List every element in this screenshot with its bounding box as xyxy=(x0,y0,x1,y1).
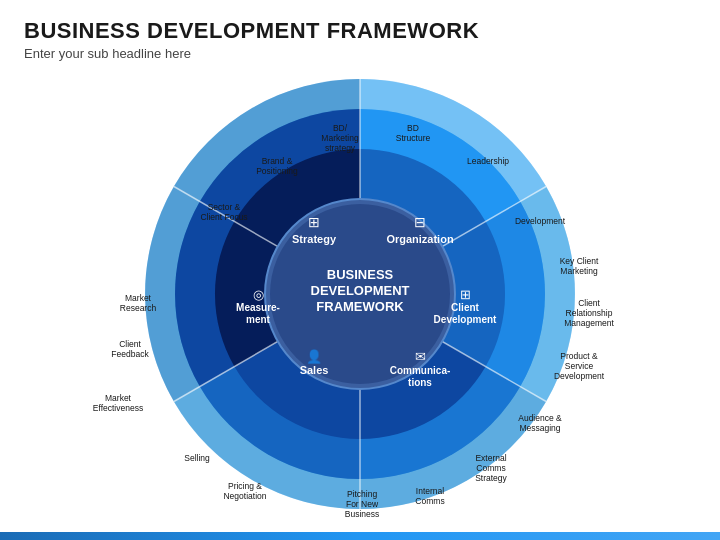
svg-text:Management: Management xyxy=(564,318,614,328)
svg-text:Client: Client xyxy=(451,302,479,313)
svg-text:Organization: Organization xyxy=(386,233,454,245)
svg-text:tions: tions xyxy=(408,377,432,388)
svg-text:strategy: strategy xyxy=(325,143,356,153)
svg-text:FRAMEWORK: FRAMEWORK xyxy=(316,299,404,314)
svg-text:Key Client: Key Client xyxy=(560,256,599,266)
svg-text:◎: ◎ xyxy=(253,287,264,302)
svg-text:Research: Research xyxy=(120,303,157,313)
svg-text:Business: Business xyxy=(345,509,380,519)
svg-text:DEVELOPMENT: DEVELOPMENT xyxy=(311,283,410,298)
svg-text:Messaging: Messaging xyxy=(519,423,560,433)
svg-text:Marketing: Marketing xyxy=(321,133,359,143)
svg-text:Development: Development xyxy=(515,216,566,226)
svg-text:Communica-: Communica- xyxy=(390,365,451,376)
svg-text:Client Focus: Client Focus xyxy=(200,212,247,222)
svg-text:Effectiveness: Effectiveness xyxy=(93,403,143,413)
svg-text:Marketing: Marketing xyxy=(560,266,598,276)
svg-text:Leadership: Leadership xyxy=(467,156,509,166)
svg-text:Feedback: Feedback xyxy=(111,349,149,359)
slide: BUSINESS DEVELOPMENT FRAMEWORK Enter you… xyxy=(0,0,720,540)
svg-text:Strategy: Strategy xyxy=(475,473,507,483)
svg-text:Comms: Comms xyxy=(415,496,444,506)
svg-text:Market: Market xyxy=(125,293,152,303)
svg-text:Structure: Structure xyxy=(396,133,431,143)
svg-text:Strategy: Strategy xyxy=(292,233,337,245)
svg-text:Measure-: Measure- xyxy=(236,302,280,313)
svg-text:Audience &: Audience & xyxy=(518,413,562,423)
svg-text:Sales: Sales xyxy=(300,364,329,376)
svg-text:BD: BD xyxy=(407,123,419,133)
svg-text:⊞: ⊞ xyxy=(460,287,471,302)
svg-text:👤: 👤 xyxy=(306,348,323,365)
svg-text:Development: Development xyxy=(554,371,605,381)
svg-text:Internal: Internal xyxy=(416,486,444,496)
svg-text:Client: Client xyxy=(578,298,600,308)
svg-text:External: External xyxy=(475,453,506,463)
svg-text:⊟: ⊟ xyxy=(414,214,426,230)
svg-text:Sector &: Sector & xyxy=(208,202,241,212)
svg-text:Selling: Selling xyxy=(184,453,210,463)
svg-text:Service: Service xyxy=(565,361,594,371)
svg-text:BD/: BD/ xyxy=(333,123,348,133)
svg-text:Relationship: Relationship xyxy=(566,308,613,318)
diagram: BUSINESS DEVELOPMENT FRAMEWORK Strategy … xyxy=(30,69,690,519)
svg-text:Negotiation: Negotiation xyxy=(223,491,266,501)
svg-text:Product &: Product & xyxy=(560,351,598,361)
svg-text:Market: Market xyxy=(105,393,132,403)
svg-text:⊞: ⊞ xyxy=(308,214,320,230)
svg-text:Positioning: Positioning xyxy=(256,166,298,176)
bottom-bar xyxy=(0,532,720,540)
svg-text:For New: For New xyxy=(346,499,379,509)
svg-text:Development: Development xyxy=(434,314,497,325)
svg-text:Pitching: Pitching xyxy=(347,489,378,499)
svg-text:Brand &: Brand & xyxy=(262,156,293,166)
main-title: BUSINESS DEVELOPMENT FRAMEWORK xyxy=(24,18,696,44)
svg-text:BUSINESS: BUSINESS xyxy=(327,267,394,282)
svg-text:Client: Client xyxy=(119,339,141,349)
svg-text:Comms: Comms xyxy=(476,463,505,473)
svg-text:✉: ✉ xyxy=(415,349,426,364)
subtitle: Enter your sub headline here xyxy=(24,46,696,61)
svg-text:ment: ment xyxy=(246,314,271,325)
svg-text:Pricing &: Pricing & xyxy=(228,481,262,491)
